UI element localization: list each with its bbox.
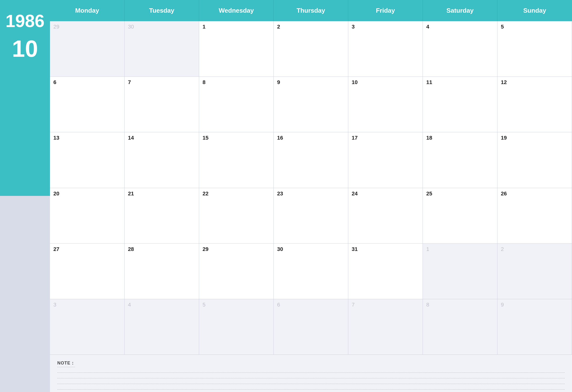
day-cell[interactable]: 22: [199, 188, 274, 244]
month-number-display: 10: [12, 37, 38, 61]
day-cell[interactable]: 7: [125, 77, 199, 132]
day-number: 4: [128, 302, 195, 308]
day-number: 30: [277, 246, 345, 252]
day-cell[interactable]: 8: [423, 299, 497, 355]
day-cell[interactable]: 11: [423, 77, 497, 132]
day-number: 2: [277, 24, 345, 30]
day-number: 10: [352, 79, 419, 86]
day-number: 1: [203, 24, 270, 30]
day-cell[interactable]: 13: [50, 132, 125, 188]
day-cell[interactable]: 15: [199, 132, 274, 188]
day-cell[interactable]: 29: [199, 244, 274, 299]
day-number: 28: [128, 246, 195, 252]
day-number: 7: [128, 79, 195, 86]
day-cell[interactable]: 4: [125, 299, 199, 355]
day-cell[interactable]: 24: [348, 188, 423, 244]
day-number: 2: [501, 246, 568, 252]
day-cell[interactable]: 5: [199, 299, 274, 355]
day-cell[interactable]: 14: [125, 132, 199, 188]
day-number: 31: [352, 246, 419, 252]
header-day-thursday: Thursday: [274, 0, 348, 21]
day-number: 5: [501, 24, 568, 30]
header-day-sunday: Sunday: [497, 0, 572, 21]
day-cell[interactable]: 1: [423, 244, 497, 299]
day-number: 23: [277, 190, 345, 197]
day-cell[interactable]: 30: [125, 21, 199, 77]
day-number: 17: [352, 135, 419, 141]
day-number: 9: [501, 302, 568, 308]
calendar-grid: MondayTuesdayWednesdayThursdayFridaySatu…: [50, 0, 572, 355]
day-cell[interactable]: 25: [423, 188, 497, 244]
day-cell[interactable]: 4: [423, 21, 497, 77]
day-cell[interactable]: 28: [125, 244, 199, 299]
day-number: 14: [128, 135, 195, 141]
note-line-4: [57, 389, 565, 390]
day-number: 1: [426, 246, 494, 252]
day-number: 20: [53, 190, 121, 197]
day-cell[interactable]: 31: [348, 244, 423, 299]
day-cell[interactable]: 1: [199, 21, 274, 77]
day-cell[interactable]: 26: [497, 188, 572, 244]
day-cell[interactable]: 17: [348, 132, 423, 188]
day-cell[interactable]: 18: [423, 132, 497, 188]
day-cell[interactable]: 6: [50, 77, 125, 132]
header-day-tuesday: Tuesday: [125, 0, 199, 21]
year-display: 1986: [5, 12, 44, 30]
day-cell[interactable]: 6: [274, 299, 348, 355]
day-number: 18: [426, 135, 494, 141]
day-cell[interactable]: 3: [50, 299, 125, 355]
day-cell[interactable]: 7: [348, 299, 423, 355]
day-number: 22: [203, 190, 270, 197]
days-grid: 2930123456789101112131415161718192021222…: [50, 21, 572, 355]
day-number: 15: [203, 135, 270, 141]
header-day-wednesday: Wednesday: [199, 0, 274, 21]
day-cell[interactable]: 12: [497, 77, 572, 132]
day-number: 8: [203, 79, 270, 86]
header-day-saturday: Saturday: [423, 0, 497, 21]
day-cell[interactable]: 9: [274, 77, 348, 132]
day-number: 26: [501, 190, 568, 197]
month-name-display: October: [1, 65, 49, 80]
day-cell[interactable]: 29: [50, 21, 125, 77]
day-cell[interactable]: 21: [125, 188, 199, 244]
day-cell[interactable]: 2: [274, 21, 348, 77]
day-number: 30: [128, 24, 195, 30]
day-cell[interactable]: 8: [199, 77, 274, 132]
day-number: 3: [352, 24, 419, 30]
day-number: 13: [53, 135, 121, 141]
day-number: 12: [501, 79, 568, 86]
day-cell[interactable]: 19: [497, 132, 572, 188]
day-number: 6: [53, 79, 121, 86]
day-number: 16: [277, 135, 345, 141]
day-number: 25: [426, 190, 494, 197]
notes-section: NOTE：: [50, 355, 572, 392]
day-number: 21: [128, 190, 195, 197]
day-number: 3: [53, 302, 121, 308]
day-number: 29: [53, 24, 121, 30]
day-cell[interactable]: 10: [348, 77, 423, 132]
day-cell[interactable]: 5: [497, 21, 572, 77]
day-number: 29: [203, 246, 270, 252]
calendar-main: MondayTuesdayWednesdayThursdayFridaySatu…: [50, 0, 572, 392]
day-cell[interactable]: 27: [50, 244, 125, 299]
day-cell[interactable]: 2: [497, 244, 572, 299]
note-label: NOTE：: [57, 360, 75, 367]
day-number: 8: [426, 302, 494, 308]
day-number: 6: [277, 302, 345, 308]
header-day-monday: Monday: [50, 0, 125, 21]
day-number: 4: [426, 24, 494, 30]
day-cell[interactable]: 3: [348, 21, 423, 77]
day-cell[interactable]: 16: [274, 132, 348, 188]
sidebar: 1986 10 October: [0, 0, 50, 392]
header-day-friday: Friday: [348, 0, 423, 21]
note-line-3: [57, 384, 565, 384]
calendar-header-row: MondayTuesdayWednesdayThursdayFridaySatu…: [50, 0, 572, 21]
day-cell[interactable]: 30: [274, 244, 348, 299]
day-cell[interactable]: 9: [497, 299, 572, 355]
day-cell[interactable]: 20: [50, 188, 125, 244]
day-number: 7: [352, 302, 419, 308]
note-line-1: [57, 373, 565, 373]
day-number: 11: [426, 79, 494, 86]
day-cell[interactable]: 23: [274, 188, 348, 244]
day-number: 9: [277, 79, 345, 86]
